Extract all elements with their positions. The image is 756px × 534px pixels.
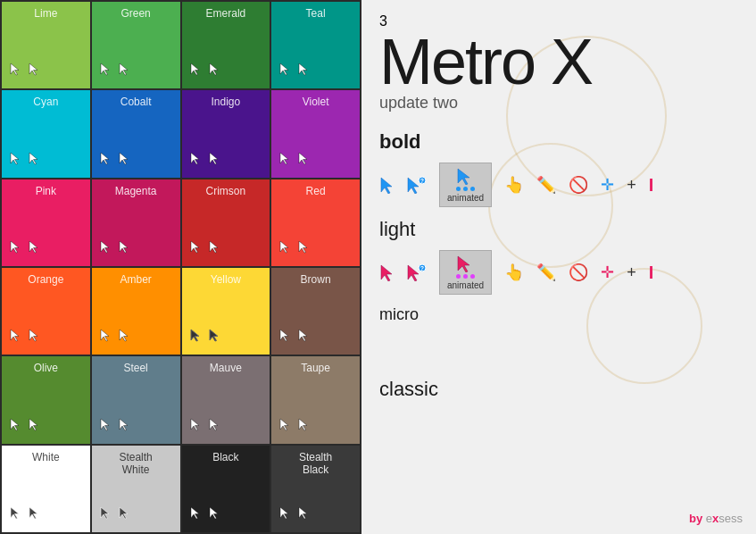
- color-tile-green[interactable]: Green: [92, 2, 180, 88]
- color-tile-emerald[interactable]: Emerald: [182, 2, 270, 88]
- cursor-row: [189, 417, 220, 438]
- cursor-row: [278, 417, 309, 438]
- svg-marker-5: [210, 63, 218, 75]
- color-tiles-grid: Lime Green Emerald Teal Cyan Cobalt: [0, 0, 361, 534]
- tile-label: Magenta: [99, 185, 173, 197]
- tile-label: Taupe: [278, 362, 353, 374]
- cursor-arrow-1: [297, 505, 309, 523]
- color-tile-taupe[interactable]: Taupe: [271, 356, 360, 443]
- cursor-arrow-0: [9, 151, 21, 169]
- right-panel: 3 Metro X update two bold ?: [361, 0, 756, 534]
- tile-label: Black: [189, 451, 263, 463]
- svg-marker-42: [101, 507, 109, 519]
- cursor-arrow-0: [99, 417, 111, 435]
- color-tile-white[interactable]: White: [2, 446, 90, 532]
- light-move-cursor: ✛: [601, 263, 614, 282]
- color-tile-magenta[interactable]: Magenta: [92, 179, 180, 266]
- light-pencil-cursor: ✏️: [536, 263, 556, 282]
- svg-marker-33: [29, 419, 37, 430]
- cursor-arrow-1: [297, 328, 309, 346]
- svg-marker-9: [29, 153, 37, 164]
- cursor-arrow-0: [189, 417, 201, 435]
- cursor-row: [189, 62, 220, 83]
- dot1: [456, 187, 461, 191]
- svg-marker-1: [29, 63, 37, 75]
- color-tile-crimson[interactable]: Crimson: [182, 179, 270, 266]
- color-tile-brown[interactable]: Brown: [271, 268, 360, 355]
- tile-label: Yellow: [189, 273, 263, 286]
- svg-marker-2: [101, 63, 109, 75]
- svg-marker-29: [210, 330, 218, 341]
- color-tile-orange[interactable]: Orange: [2, 268, 90, 355]
- color-tile-olive[interactable]: Olive: [2, 356, 90, 443]
- cursor-arrow-0: [99, 151, 111, 169]
- tile-label: White: [9, 451, 83, 463]
- ldot1: [456, 274, 461, 279]
- svg-marker-23: [299, 241, 307, 253]
- cursor-arrow-0: [99, 239, 111, 257]
- cursor-row: [278, 328, 309, 349]
- svg-marker-21: [210, 241, 218, 253]
- color-tile-steel[interactable]: Steel: [92, 356, 180, 443]
- cursor-arrow-1: [28, 328, 39, 346]
- tile-label: Stealth Black: [278, 451, 353, 477]
- tile-label: Green: [99, 7, 173, 20]
- color-tile-yellow[interactable]: Yellow: [182, 268, 270, 355]
- tile-label: Cyan: [9, 96, 83, 108]
- color-tile-mauve[interactable]: Mauve: [182, 356, 270, 443]
- cursor-arrow-1: [28, 62, 39, 79]
- cursor-arrow-1: [118, 417, 129, 435]
- app-title: Metro X: [379, 29, 738, 94]
- cursor-arrow-1: [118, 328, 129, 346]
- dot2: [463, 187, 468, 191]
- tile-label: Cobalt: [99, 96, 173, 108]
- cursor-row: [278, 505, 309, 527]
- svg-marker-22: [280, 241, 288, 253]
- color-tile-teal[interactable]: Teal: [271, 2, 360, 88]
- svg-marker-41: [29, 507, 37, 519]
- cursor-arrow-0: [278, 151, 290, 169]
- by-text: by: [689, 512, 706, 525]
- color-tile-amber[interactable]: Amber: [92, 268, 180, 355]
- svg-marker-53: [381, 265, 392, 281]
- color-tile-cobalt[interactable]: Cobalt: [92, 90, 180, 177]
- color-tile-lime[interactable]: Lime: [2, 2, 90, 88]
- color-tile-red[interactable]: Red: [271, 179, 360, 266]
- cursor-arrow-0: [278, 62, 290, 79]
- color-tile-black[interactable]: Black: [182, 446, 270, 532]
- tile-label: Stealth White: [99, 451, 173, 477]
- svg-marker-25: [29, 330, 37, 341]
- cursor-row: [99, 239, 129, 261]
- svg-marker-15: [299, 153, 307, 164]
- svg-text:?: ?: [420, 178, 424, 184]
- color-tile-stealthblack[interactable]: Stealth Black: [271, 446, 360, 532]
- color-tile-stealthwhite[interactable]: Stealth White: [92, 446, 180, 532]
- light-animated-dots: [456, 274, 475, 279]
- svg-marker-10: [101, 153, 109, 164]
- light-cross-cursor: +: [627, 263, 636, 282]
- cursor-row: [99, 62, 129, 83]
- cursor-arrow-1: [297, 62, 309, 79]
- bold-pencil-cursor: ✏️: [536, 175, 556, 195]
- cursor-arrow-0: [9, 417, 21, 435]
- bold-hand-cursor: 👆: [504, 175, 524, 195]
- svg-marker-57: [458, 256, 469, 272]
- color-tile-pink[interactable]: Pink: [2, 179, 90, 266]
- color-tile-violet[interactable]: Violet: [271, 90, 360, 177]
- cursor-arrow-1: [297, 151, 309, 169]
- svg-marker-52: [458, 169, 469, 185]
- cursor-row: [189, 151, 220, 172]
- cursor-row: [278, 151, 309, 172]
- cursor-row: [9, 239, 39, 261]
- color-tile-indigo[interactable]: Indigo: [182, 90, 270, 177]
- cursor-row: [99, 417, 129, 438]
- color-tile-cyan[interactable]: Cyan: [2, 90, 90, 177]
- cursor-arrow-0: [99, 505, 111, 523]
- cursor-row: [9, 505, 39, 527]
- svg-text:?: ?: [420, 265, 424, 271]
- svg-marker-3: [120, 63, 128, 75]
- svg-marker-4: [191, 63, 199, 75]
- cursor-arrow-1: [118, 62, 129, 79]
- cursor-arrow-0: [9, 328, 21, 346]
- svg-marker-27: [120, 330, 128, 341]
